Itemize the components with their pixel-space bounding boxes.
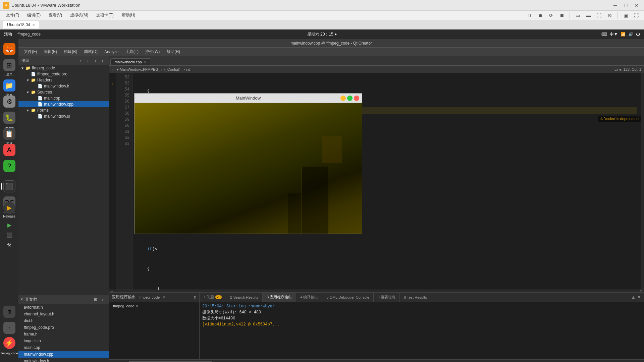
output-maximize-btn[interactable]: ⬆: [193, 295, 197, 300]
menu-help[interactable]: 帮助(H): [118, 11, 139, 19]
network-icon: 📶: [621, 32, 626, 37]
output-text: 20:15:04: Starting /home/wbyq/... 摄像头尺寸(…: [200, 302, 644, 359]
build-play-button[interactable]: ▶: [3, 202, 15, 214]
tab-close-mainwindow[interactable]: ✕: [144, 60, 147, 64]
tree-item-pro[interactable]: 📄 ffmpeg_code.pro: [18, 71, 109, 77]
bot-tab-issues[interactable]: 1 问题 20: [200, 293, 226, 302]
warning-markers: ⚠: [109, 73, 116, 290]
bot-tab-compile[interactable]: 4 编译输出: [296, 293, 322, 302]
vm-tab-ubuntu[interactable]: Ubuntu18.04 ✕: [3, 21, 39, 28]
doc-item-channel[interactable]: channel_layout.h: [18, 311, 109, 317]
qt-menu-debug[interactable]: 调试(D): [81, 48, 100, 55]
tree-item-mainwindow-cpp[interactable]: 📄 mainwindow.cpp: [18, 101, 109, 107]
tree-item-sources[interactable]: ▼ 📁 Sources: [18, 89, 109, 95]
breadcrumb-nav-back[interactable]: ‹: [112, 67, 113, 71]
doc-item-avformat[interactable]: avformat.h: [18, 304, 109, 311]
maximize-button[interactable]: □: [621, 2, 631, 9]
dock-item-apps-grid[interactable]: ⊞: [2, 304, 17, 319]
close-button[interactable]: ✕: [632, 2, 641, 9]
bot-tab-summary[interactable]: 6 概要信息: [374, 293, 400, 302]
doc-item-mainwindow-cpp[interactable]: mainwindow.cpp: [18, 351, 109, 358]
tree-item-headers[interactable]: ▼ 📁 Headers: [18, 77, 109, 83]
dock-item-ffmpeg[interactable]: ⚡ ffmpeg_code: [2, 336, 17, 350]
dock-item-firefox[interactable]: 🦊: [2, 42, 17, 56]
tool-btn-2[interactable]: ⏺: [535, 11, 545, 19]
dock-item-debug[interactable]: 🐛 Debug: [2, 110, 17, 125]
keyboard-icon: ⌨: [601, 32, 607, 37]
tool-btn-3[interactable]: ⟳: [546, 11, 556, 19]
qt-output: ffmpeg_code ✕ 20:15:04: Starting /home/w…: [109, 302, 644, 359]
dock-item-apps[interactable]: ⊞ 应用: [2, 58, 17, 72]
build-step-button[interactable]: ⚒: [5, 240, 14, 250]
open-docs-btn-1[interactable]: ⊞: [92, 296, 99, 303]
pause-button[interactable]: ⏸: [525, 11, 535, 19]
dock-item-files[interactable]: 📁 文件: [2, 78, 17, 93]
bot-tab-tests[interactable]: 8 Test Results: [400, 293, 431, 302]
bot-tab-output[interactable]: 3 应用程序输出: [263, 293, 296, 302]
bot-tab-search[interactable]: 2 Search Results: [226, 293, 263, 302]
project-nav-fwd[interactable]: ›: [99, 57, 106, 64]
terminal-btn[interactable]: ▣: [621, 11, 631, 19]
deprecation-warning: ⚠ 'codec' is deprecated: [598, 116, 641, 122]
dock-item-terminal[interactable]: ⬛: [2, 179, 17, 194]
qt-menu-help[interactable]: 帮助(H): [164, 48, 183, 55]
dock-item-analyze[interactable]: A: [2, 142, 17, 157]
run-button[interactable]: ▶: [5, 220, 14, 230]
qt-menu-build[interactable]: 构建(B): [61, 48, 80, 55]
menu-tabs[interactable]: 选项卡(T): [93, 11, 117, 19]
project-add-btn[interactable]: +: [85, 57, 91, 64]
minimize-button[interactable]: ─: [610, 2, 620, 9]
input-method[interactable]: 中▼: [610, 32, 618, 37]
tool-btn-4[interactable]: ⏹: [557, 11, 567, 19]
doc-item-dict[interactable]: dict.h: [18, 317, 109, 324]
popup-minimize[interactable]: [340, 96, 346, 101]
menu-vm[interactable]: 虚拟机(M): [67, 11, 92, 19]
tree-item-mainwindow-ui[interactable]: 📄 mainwindow.ui: [18, 113, 109, 119]
dock-item-help[interactable]: ?: [2, 159, 17, 173]
view-btn-3[interactable]: ⛶: [594, 11, 604, 19]
stop-button[interactable]: ⬛: [5, 230, 14, 240]
output-close-btn[interactable]: ✕: [162, 295, 165, 299]
tree-item-mainwindow-h[interactable]: 📄 mainwindow.h: [18, 83, 109, 89]
project-nav-back[interactable]: ‹: [92, 57, 99, 64]
dock-item-settings-2[interactable]: ↑: [2, 320, 17, 335]
tree-item-root[interactable]: ▼ 📁 ffmpeg_code: [18, 65, 109, 71]
dock-item-project[interactable]: 📋 项目: [2, 126, 17, 141]
doc-item-imgutils[interactable]: imgutils.h: [18, 338, 109, 344]
view-btn-2[interactable]: ▬: [583, 11, 593, 19]
output-up-btn[interactable]: ▲: [631, 295, 636, 300]
activities-button[interactable]: 活动: [4, 32, 12, 37]
doc-item-frame[interactable]: frame.h: [18, 331, 109, 338]
qt-menu-analyze[interactable]: Analyze: [102, 49, 121, 55]
output-down-btn[interactable]: ▼: [637, 295, 641, 300]
menu-view[interactable]: 查看(V): [45, 11, 65, 19]
fullscreen-btn[interactable]: ⛶: [631, 11, 641, 19]
project-sync-btn[interactable]: ↕: [77, 57, 84, 64]
doc-item-mainwindow-h[interactable]: mainwindow.h: [18, 358, 109, 362]
dock-item-settings[interactable]: ⚙: [2, 94, 17, 109]
open-docs-btn-2[interactable]: +: [99, 296, 106, 303]
output-app-close[interactable]: ✕: [136, 304, 138, 308]
popup-maximize[interactable]: [347, 96, 353, 101]
breadcrumb-nav-fwd[interactable]: ›: [114, 67, 116, 71]
view-btn-4[interactable]: ⊠: [605, 11, 615, 19]
dock-label-ffmpeg: ffmpeg_code: [1, 352, 18, 355]
qt-menu-file[interactable]: 文件(F): [21, 48, 40, 55]
qt-menu-tools[interactable]: 工具(T): [123, 48, 141, 55]
menu-edit[interactable]: 编辑(E): [24, 11, 44, 19]
vm-tab-close[interactable]: ✕: [32, 23, 35, 27]
editor-scrollbar[interactable]: [641, 73, 644, 290]
qt-menu-edit[interactable]: 编辑(E): [41, 48, 60, 55]
tree-item-forms[interactable]: ▼ 📁 Forms: [18, 107, 109, 113]
doc-item-main[interactable]: main.cpp: [18, 344, 109, 351]
editor-bottom-left: ▲: [110, 289, 114, 292]
popup-close[interactable]: [354, 96, 359, 101]
bot-tab-qml[interactable]: 5 QML Debugger Console: [322, 293, 373, 302]
doc-item-ffmpegpro[interactable]: ffmpeg_code.pro: [18, 324, 109, 331]
tree-item-main-cpp[interactable]: 📄 main.cpp: [18, 95, 109, 101]
qt-menu-control[interactable]: 控件(W): [143, 48, 162, 55]
ubuntu-app-name[interactable]: ffmpeg_code: [17, 32, 41, 37]
view-btn-1[interactable]: ▭: [573, 11, 583, 19]
menu-file[interactable]: 文件(F): [3, 11, 22, 19]
tab-mainwindow-cpp[interactable]: mainwindow.cpp ✕: [110, 58, 151, 65]
